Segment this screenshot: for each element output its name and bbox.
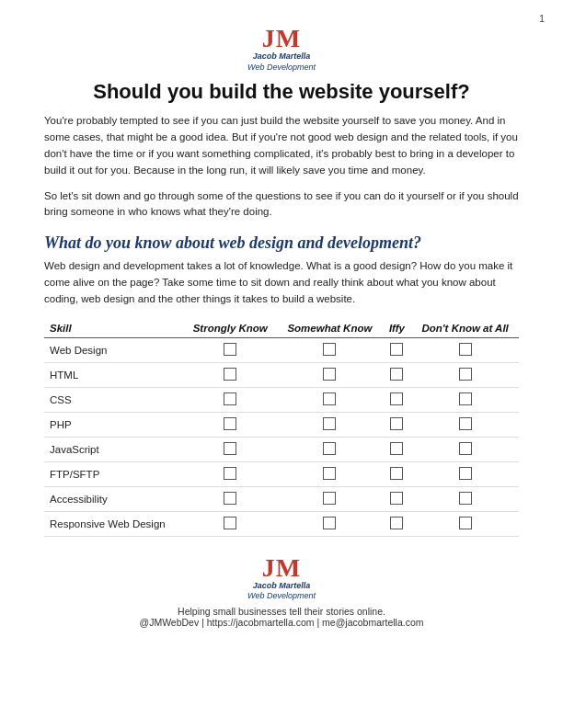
skill-name-cell: FTP/SFTP bbox=[44, 461, 183, 486]
checkbox[interactable] bbox=[390, 517, 403, 529]
checkbox[interactable] bbox=[323, 517, 336, 529]
checkbox[interactable] bbox=[224, 492, 236, 505]
table-row: FTP/SFTP bbox=[44, 461, 519, 486]
checkbox[interactable] bbox=[459, 343, 472, 356]
checkbox-cell-somewhat-know[interactable] bbox=[277, 437, 382, 461]
col-header-skill: Skill bbox=[44, 319, 183, 338]
checkbox-cell-somewhat-know[interactable] bbox=[277, 387, 382, 412]
checkbox[interactable] bbox=[323, 368, 336, 381]
checkbox-cell-dont-know[interactable] bbox=[411, 412, 519, 437]
table-row: Responsive Web Design bbox=[44, 511, 519, 536]
page-number: 1 bbox=[539, 13, 545, 24]
skill-name-cell: JavaScript bbox=[44, 437, 183, 461]
checkbox[interactable] bbox=[459, 492, 472, 505]
checkbox[interactable] bbox=[323, 492, 336, 505]
skill-name-cell: Responsive Web Design bbox=[44, 511, 183, 536]
footer-logo-j: J bbox=[262, 553, 276, 582]
checkbox[interactable] bbox=[224, 368, 236, 381]
table-row: HTML bbox=[44, 362, 519, 387]
checkbox[interactable] bbox=[323, 417, 336, 430]
checkbox-cell-dont-know[interactable] bbox=[411, 337, 519, 362]
skill-name-cell: CSS bbox=[44, 387, 183, 412]
checkbox[interactable] bbox=[459, 467, 472, 480]
table-row: CSS bbox=[44, 387, 519, 412]
checkbox-cell-strongly-know[interactable] bbox=[183, 337, 277, 362]
checkbox-cell-dont-know[interactable] bbox=[411, 486, 519, 511]
checkbox[interactable] bbox=[323, 343, 336, 356]
checkbox[interactable] bbox=[390, 392, 403, 405]
checkbox-cell-iffy[interactable] bbox=[382, 437, 411, 461]
logo-j: J bbox=[262, 24, 276, 52]
checkbox[interactable] bbox=[459, 442, 472, 455]
checkbox-cell-dont-know[interactable] bbox=[411, 461, 519, 486]
checkbox[interactable] bbox=[323, 467, 336, 480]
footer-logo-name: Jacob Martella bbox=[44, 581, 519, 592]
checkbox-cell-iffy[interactable] bbox=[382, 337, 411, 362]
checkbox[interactable] bbox=[390, 492, 403, 505]
logo-letters: JM bbox=[44, 26, 519, 51]
footer-logo-m: M bbox=[276, 553, 301, 582]
checkbox[interactable] bbox=[224, 442, 236, 455]
checkbox-cell-strongly-know[interactable] bbox=[183, 412, 277, 437]
section-heading: What do you know about web design and de… bbox=[44, 233, 519, 253]
intro-paragraph-1: You're probably tempted to see if you ca… bbox=[44, 113, 519, 178]
checkbox[interactable] bbox=[459, 368, 472, 381]
checkbox-cell-iffy[interactable] bbox=[382, 486, 411, 511]
checkbox-cell-iffy[interactable] bbox=[382, 362, 411, 387]
skill-name-cell: HTML bbox=[44, 362, 183, 387]
checkbox-cell-dont-know[interactable] bbox=[411, 511, 519, 536]
logo-sub-label: Web Development bbox=[247, 63, 316, 72]
checkbox[interactable] bbox=[390, 343, 403, 356]
logo-m: M bbox=[276, 24, 301, 52]
intro-paragraph-2: So let's sit down and go through some of… bbox=[44, 188, 519, 222]
table-row: Web Design bbox=[44, 337, 519, 362]
skill-name-cell: PHP bbox=[44, 412, 183, 437]
checkbox-cell-dont-know[interactable] bbox=[411, 437, 519, 461]
checkbox[interactable] bbox=[224, 343, 236, 356]
footer-logo-subtext: Jacob Martella Web Development bbox=[44, 581, 519, 602]
checkbox-cell-strongly-know[interactable] bbox=[183, 437, 277, 461]
checkbox[interactable] bbox=[390, 417, 403, 430]
logo-header: JM Jacob Martella Web Development bbox=[44, 26, 519, 73]
checkbox-cell-somewhat-know[interactable] bbox=[277, 412, 382, 437]
checkbox[interactable] bbox=[224, 517, 236, 529]
checkbox-cell-somewhat-know[interactable] bbox=[277, 461, 382, 486]
footer: JM Jacob Martella Web Development Helpin… bbox=[44, 555, 519, 628]
checkbox-cell-iffy[interactable] bbox=[382, 412, 411, 437]
page-container: 1 JM Jacob Martella Web Development Shou… bbox=[0, 0, 563, 728]
skills-table: Skill Strongly Know Somewhat Know Iffy D… bbox=[44, 319, 519, 537]
checkbox[interactable] bbox=[459, 392, 472, 405]
footer-logo-sub-label: Web Development bbox=[247, 591, 316, 600]
checkbox[interactable] bbox=[390, 368, 403, 381]
checkbox-cell-dont-know[interactable] bbox=[411, 387, 519, 412]
checkbox[interactable] bbox=[459, 417, 472, 430]
checkbox-cell-somewhat-know[interactable] bbox=[277, 362, 382, 387]
checkbox-cell-strongly-know[interactable] bbox=[183, 486, 277, 511]
checkbox[interactable] bbox=[390, 442, 403, 455]
checkbox-cell-somewhat-know[interactable] bbox=[277, 486, 382, 511]
skill-name-cell: Accessibility bbox=[44, 486, 183, 511]
checkbox-cell-strongly-know[interactable] bbox=[183, 461, 277, 486]
checkbox-cell-iffy[interactable] bbox=[382, 461, 411, 486]
logo-subtext: Jacob Martella Web Development bbox=[44, 51, 519, 73]
checkbox[interactable] bbox=[224, 392, 236, 405]
logo-name: Jacob Martella bbox=[44, 51, 519, 63]
table-row: JavaScript bbox=[44, 437, 519, 461]
checkbox-cell-dont-know[interactable] bbox=[411, 362, 519, 387]
checkbox[interactable] bbox=[224, 417, 236, 430]
checkbox-cell-strongly-know[interactable] bbox=[183, 511, 277, 536]
checkbox[interactable] bbox=[323, 442, 336, 455]
checkbox[interactable] bbox=[459, 517, 472, 529]
checkbox-cell-somewhat-know[interactable] bbox=[277, 337, 382, 362]
checkbox[interactable] bbox=[390, 467, 403, 480]
checkbox-cell-iffy[interactable] bbox=[382, 387, 411, 412]
checkbox-cell-iffy[interactable] bbox=[382, 511, 411, 536]
checkbox-cell-strongly-know[interactable] bbox=[183, 387, 277, 412]
checkbox-cell-strongly-know[interactable] bbox=[183, 362, 277, 387]
checkbox-cell-somewhat-know[interactable] bbox=[277, 511, 382, 536]
checkbox[interactable] bbox=[323, 392, 336, 405]
col-header-somewhat-know: Somewhat Know bbox=[277, 319, 382, 338]
footer-tagline: Helping small businesses tell their stor… bbox=[44, 606, 519, 617]
checkbox[interactable] bbox=[224, 467, 236, 480]
page-title: Should you build the website yourself? bbox=[44, 80, 519, 104]
